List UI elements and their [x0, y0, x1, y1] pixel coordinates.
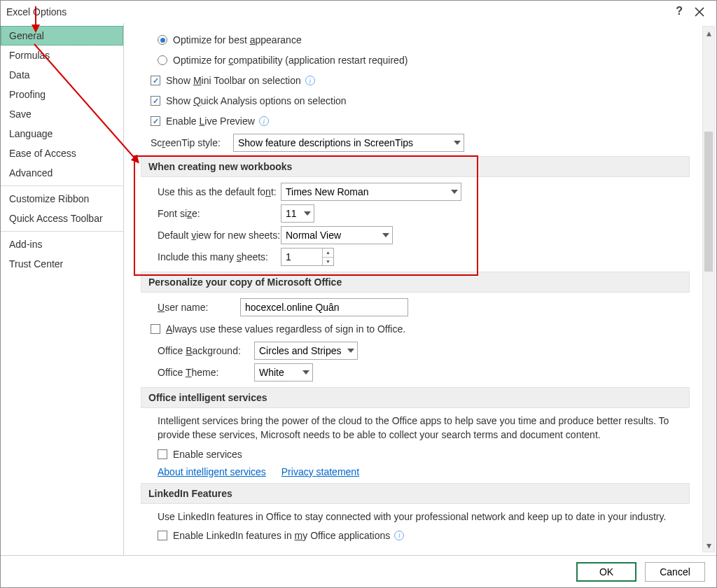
select-value: White	[259, 367, 284, 378]
info-icon[interactable]: i	[305, 76, 315, 85]
check-label: Enable LinkedIn features in my Office ap…	[173, 530, 390, 541]
checkbox-icon	[151, 96, 160, 106]
check-label: Always use these values regardless of si…	[166, 323, 405, 335]
username-label: User name:	[158, 302, 240, 313]
excel-options-dialog: Excel Options ? General Formulas Data Pr…	[0, 0, 717, 588]
linkedin-desc: Use LinkedIn features in Office to stay …	[158, 510, 690, 524]
default-font-label: Use this as the default font:	[158, 186, 281, 197]
content-panel: Optimize for best appearance Optimize fo…	[131, 23, 695, 555]
sidebar-item-formulas[interactable]: Formulas	[1, 46, 123, 65]
office-theme-select[interactable]: White	[254, 363, 313, 382]
link-about-intelligent[interactable]: About intelligent services	[158, 466, 266, 477]
spin-value: 1	[286, 251, 291, 262]
section-linkedin: LinkedIn Features	[141, 483, 690, 504]
select-value: 11	[286, 208, 297, 219]
select-value: Normal View	[286, 230, 341, 241]
sidebar-item-addins[interactable]: Add-ins	[1, 234, 123, 254]
chevron-down-icon	[304, 211, 311, 216]
check-label: Show Mini Toolbar on selection	[166, 75, 301, 86]
office-bg-select[interactable]: Circles and Stripes	[254, 342, 358, 360]
chevron-down-icon	[347, 349, 354, 353]
section-new-workbooks: When creating new workbooks	[141, 156, 690, 177]
info-icon[interactable]: i	[259, 116, 269, 126]
link-privacy[interactable]: Privacy statement	[281, 466, 359, 477]
check-enable-services[interactable]: Enable services	[141, 445, 690, 463]
default-font-select[interactable]: Times New Roman	[281, 183, 461, 201]
dialog-footer: OK Cancel	[1, 555, 716, 587]
radio-optimize-appearance[interactable]: Optimize for best appearance	[141, 31, 690, 49]
chevron-down-icon	[302, 370, 309, 374]
check-quick-analysis[interactable]: Show Quick Analysis options on selection	[141, 92, 690, 110]
select-value: Circles and Stripes	[259, 345, 342, 356]
checkbox-icon	[158, 531, 167, 540]
checkbox-icon	[151, 324, 160, 334]
sidebar-item-easeofaccess[interactable]: Ease of Access	[1, 144, 123, 163]
select-value: Times New Roman	[286, 186, 369, 197]
titlebar: Excel Options ?	[1, 1, 716, 23]
check-label: Show Quick Analysis options on selection	[166, 95, 347, 106]
select-value: Show feature descriptions in ScreenTips	[238, 137, 413, 148]
font-size-select[interactable]: 11	[281, 204, 314, 223]
sidebar-separator	[1, 186, 123, 186]
checkbox-icon	[151, 116, 160, 126]
input-value: hocexcel.online Quân	[245, 302, 340, 313]
close-icon[interactable]	[691, 4, 708, 20]
checkbox-icon	[151, 76, 160, 85]
default-view-select[interactable]: Normal View	[281, 226, 393, 244]
check-always-values[interactable]: Always use these values regardless of si…	[141, 320, 690, 338]
radio-icon	[158, 35, 167, 45]
scrollbar[interactable]: ▴ ▾	[702, 26, 715, 552]
section-intelligent: Office intelligent services	[141, 387, 690, 408]
scrollbar-thumb[interactable]	[704, 132, 713, 272]
sheets-count-spin[interactable]: 1 ▲▼	[281, 248, 334, 266]
font-size-label: Font size:	[158, 208, 281, 219]
radio-label: Optimize for best appearance	[173, 34, 302, 46]
sidebar-separator	[1, 231, 123, 232]
spin-down-icon[interactable]: ▼	[323, 258, 333, 266]
check-mini-toolbar[interactable]: Show Mini Toolbar on selection i	[141, 71, 690, 90]
check-live-preview[interactable]: Enable Live Preview i	[141, 112, 690, 130]
checkbox-icon	[158, 449, 167, 459]
screentip-select[interactable]: Show feature descriptions in ScreenTips	[233, 134, 464, 152]
section-personalize: Personalize your copy of Microsoft Offic…	[141, 272, 690, 293]
sidebar-item-data[interactable]: Data	[1, 65, 123, 85]
info-icon[interactable]: i	[394, 531, 404, 540]
sidebar-item-trustcenter[interactable]: Trust Center	[1, 254, 123, 274]
check-label: Enable services	[173, 449, 242, 460]
sidebar-item-qat[interactable]: Quick Access Toolbar	[1, 209, 123, 228]
chevron-down-icon	[382, 233, 389, 237]
cancel-button[interactable]: Cancel	[645, 562, 705, 582]
scroll-up-icon[interactable]: ▴	[703, 27, 714, 39]
button-label: OK	[599, 566, 613, 578]
sidebar-item-customize-ribbon[interactable]: Customize Ribbon	[1, 189, 123, 209]
default-view-label: Default view for new sheets:	[158, 230, 281, 241]
scroll-down-icon[interactable]: ▾	[703, 539, 714, 552]
sidebar-item-save[interactable]: Save	[1, 104, 123, 124]
radio-label: Optimize for compatibility (application …	[173, 55, 408, 66]
sidebar-item-advanced[interactable]: Advanced	[1, 163, 123, 183]
ok-button[interactable]: OK	[576, 562, 636, 582]
spin-up-icon[interactable]: ▲	[323, 248, 333, 258]
office-theme-label: Office Theme:	[158, 367, 254, 378]
chevron-down-icon	[451, 190, 458, 194]
check-enable-linkedin[interactable]: Enable LinkedIn features in my Office ap…	[141, 526, 690, 545]
check-label: Enable Live Preview	[166, 115, 255, 127]
radio-optimize-compat[interactable]: Optimize for compatibility (application …	[141, 51, 690, 69]
window-title: Excel Options	[6, 6, 67, 18]
chevron-down-icon	[454, 141, 461, 145]
sidebar: General Formulas Data Proofing Save Lang…	[1, 23, 124, 555]
radio-icon	[158, 55, 167, 65]
sidebar-item-proofing[interactable]: Proofing	[1, 85, 123, 104]
button-label: Cancel	[660, 566, 690, 578]
sidebar-item-language[interactable]: Language	[1, 124, 123, 144]
office-bg-label: Office Background:	[158, 345, 254, 356]
help-icon[interactable]: ?	[676, 5, 683, 18]
screentip-label: ScreenTip style:	[151, 137, 233, 148]
username-input[interactable]: hocexcel.online Quân	[240, 298, 408, 316]
intelligent-desc: Intelligent services bring the power of …	[158, 414, 690, 442]
sidebar-item-general[interactable]: General	[1, 26, 123, 46]
sheets-count-label: Include this many sheets:	[158, 251, 281, 262]
